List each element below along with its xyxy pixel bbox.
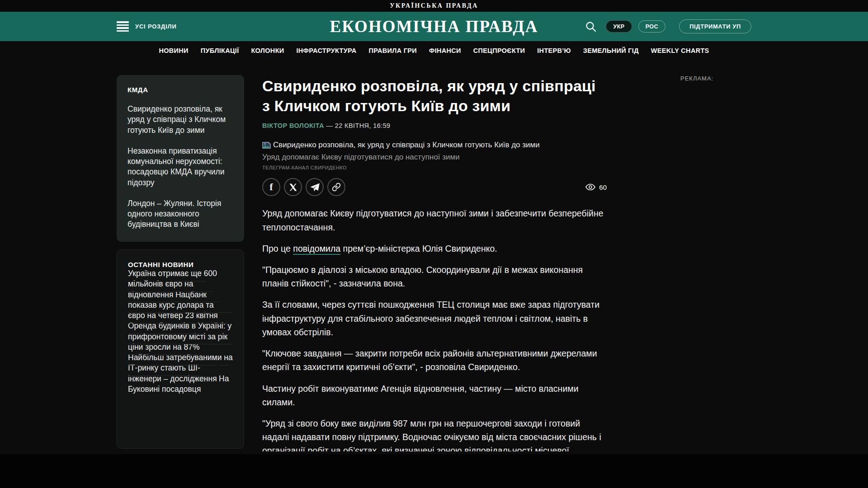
- section-nav: НОВИНИ ПУБЛІКАЦІЇ КОЛОНКИ ІНФРАСТРУКТУРА…: [0, 41, 868, 60]
- header-actions: УКР РОС ПІДТРИМАТИ УП: [585, 12, 751, 41]
- share-buttons: f: [262, 178, 345, 196]
- paragraph: За її словами, через суттєві пошкодження…: [262, 298, 607, 339]
- share-row: f: [262, 178, 607, 196]
- page: УКРАЇНСЬКА ПРАВДА УСІ РОЗДІЛИ ЕКОНОМІЧНА…: [0, 0, 868, 488]
- share-copylink-button[interactable]: [327, 178, 345, 196]
- bottom-black-strip: [0, 454, 868, 488]
- site-header: УСІ РОЗДІЛИ ЕКОНОМІЧНА ПРАВДА УКР РОС ПІ…: [0, 12, 868, 41]
- broken-image-icon: [262, 141, 271, 149]
- link-icon: [332, 183, 341, 192]
- image-credit: ТЕЛЕГРАМ-КАНАЛ СВИРИДЕНКО: [262, 165, 607, 170]
- nav-item-novyny[interactable]: НОВИНИ: [159, 47, 188, 54]
- paragraph-text: прем’єр-міністерка Юлія Свириденко.: [340, 244, 497, 253]
- article-title: Свириденко розповіла, як уряд у співпрац…: [262, 76, 607, 116]
- nav-item-interviu[interactable]: ІНТЕРВ’Ю: [537, 47, 571, 54]
- kmda-link-2[interactable]: Незаконна приватизація комунальної нерух…: [127, 146, 233, 188]
- article: Свириденко розповіла, як уряд у співпрац…: [262, 59, 607, 451]
- broken-image-row: Свириденко розповіла, як уряд у співпрац…: [262, 141, 607, 150]
- support-up-button[interactable]: ПІДТРИМАТИ УП: [679, 19, 751, 33]
- paragraph: "Уряд зі свого боку вже виділив 987 млн …: [262, 417, 607, 451]
- view-counter: 60: [585, 183, 607, 191]
- article-byline: ВІКТОР ВОЛОКІТА — 22 КВІТНЯ, 16:59: [262, 122, 607, 129]
- facebook-icon: f: [270, 183, 273, 192]
- kmda-box-title: КМДА: [127, 86, 233, 94]
- share-telegram-button[interactable]: [306, 178, 324, 196]
- nav-item-zemelnyi-hid[interactable]: ЗЕМЕЛЬНИЙ ГІД: [583, 47, 639, 54]
- paragraph: Уряд допомагає Києву підготуватися до на…: [262, 206, 607, 234]
- publish-date: — 22 КВІТНЯ, 16:59: [324, 122, 391, 129]
- eye-icon: [585, 183, 595, 191]
- nav-item-publikatsii[interactable]: ПУБЛІКАЦІЇ: [201, 47, 239, 54]
- image-caption: Уряд допомагає Києву підготуватися до на…: [262, 153, 607, 162]
- paragraph: "Працюємо в діалозі з міською владою. Ск…: [262, 263, 607, 290]
- nav-item-pravyla-hry[interactable]: ПРАВИЛА ГРИ: [369, 47, 417, 54]
- author-link[interactable]: ВІКТОР ВОЛОКІТА: [262, 122, 324, 129]
- ukrainska-pravda-logo[interactable]: УКРАЇНСЬКА ПРАВДА: [390, 2, 478, 9]
- nav-item-finansy[interactable]: ФІНАНСИ: [429, 47, 461, 54]
- nav-item-weekly-charts[interactable]: WEEKLY CHARTS: [651, 47, 709, 54]
- lang-toggle-ukr[interactable]: УКР: [606, 20, 632, 33]
- share-facebook-button[interactable]: f: [262, 178, 280, 196]
- nav-item-spetsproekty[interactable]: СПЕЦПРОЄКТИ: [473, 47, 525, 54]
- x-icon: [289, 183, 297, 191]
- image-alt-text: Свириденко розповіла, як уряд у співпрац…: [273, 141, 540, 150]
- kmda-link-3[interactable]: Лондон – Жуляни. Історія одного незаконн…: [127, 198, 233, 230]
- kmda-link-1[interactable]: Свириденко розповіла, як уряд у співпрац…: [127, 104, 233, 136]
- all-sections-menu[interactable]: УСІ РОЗДІЛИ: [117, 12, 177, 41]
- search-button[interactable]: [585, 21, 597, 33]
- paragraph: "Ключове завдання — закрити потреби всіх…: [262, 347, 607, 374]
- sidebar-latest-news-box: ОСТАННІ НОВИНИ Україна отримає ще 600 мі…: [117, 249, 244, 449]
- ad-label: РЕКЛАМА:: [680, 75, 713, 82]
- search-icon: [585, 21, 597, 33]
- article-figure: Свириденко розповіла, як уряд у співпрац…: [262, 141, 607, 170]
- paragraph: Частину робіт виконуватиме Агенція відно…: [262, 382, 607, 409]
- hamburger-icon: [117, 21, 129, 32]
- share-x-button[interactable]: [284, 178, 302, 196]
- all-sections-label: УСІ РОЗДІЛИ: [135, 23, 177, 30]
- sidebar-kmda-box: КМДА Свириденко розповіла, як уряд у спі…: [117, 75, 244, 242]
- povidomyla-link[interactable]: повідомила: [293, 244, 340, 255]
- top-bar: УКРАЇНСЬКА ПРАВДА: [0, 0, 868, 12]
- nav-item-kolonky[interactable]: КОЛОНКИ: [251, 47, 284, 54]
- lang-toggle-ros[interactable]: РОС: [638, 20, 665, 33]
- telegram-icon: [310, 183, 320, 192]
- view-count: 60: [599, 183, 607, 191]
- paragraph-text: Про це: [262, 244, 293, 253]
- paragraph: Про це повідомила прем’єр-міністерка Юлі…: [262, 242, 607, 255]
- nav-item-infrastruktura[interactable]: ІНФРАСТРУКТУРА: [297, 47, 357, 54]
